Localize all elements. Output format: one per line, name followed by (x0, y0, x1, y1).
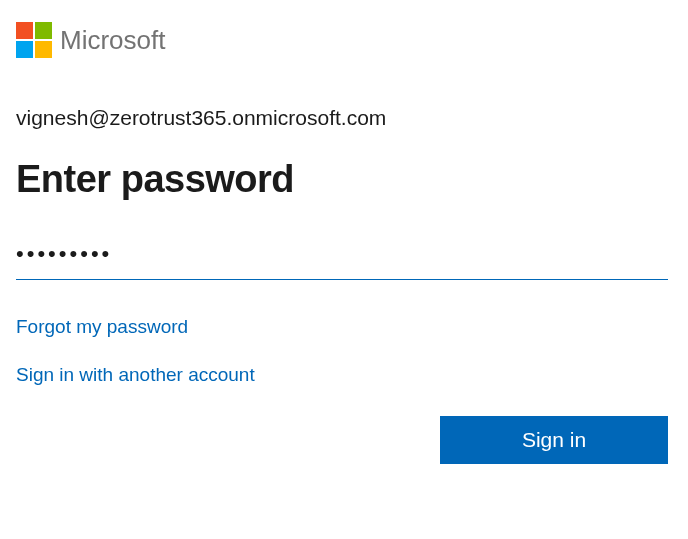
another-account-link[interactable]: Sign in with another account (16, 364, 255, 386)
password-input[interactable] (16, 233, 668, 280)
button-row: Sign in (16, 416, 668, 464)
account-email: vignesh@zerotrust365.onmicrosoft.com (16, 106, 672, 130)
page-title: Enter password (16, 158, 672, 201)
microsoft-logo-icon (16, 22, 52, 58)
signin-button[interactable]: Sign in (440, 416, 668, 464)
brand-name: Microsoft (60, 25, 165, 56)
brand-header: Microsoft (16, 22, 672, 58)
forgot-password-link[interactable]: Forgot my password (16, 316, 188, 338)
